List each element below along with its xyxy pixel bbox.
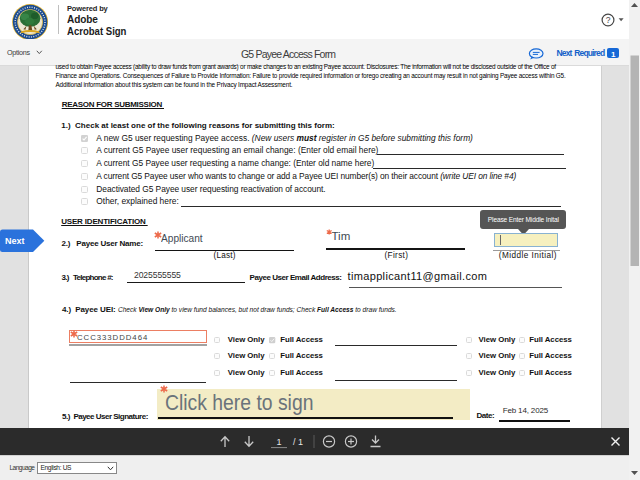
svg-text:Next: Next (5, 236, 25, 246)
svg-text:/ 1: / 1 (293, 437, 303, 447)
svg-text:1: 1 (276, 437, 281, 447)
svg-text:?: ? (606, 15, 611, 25)
